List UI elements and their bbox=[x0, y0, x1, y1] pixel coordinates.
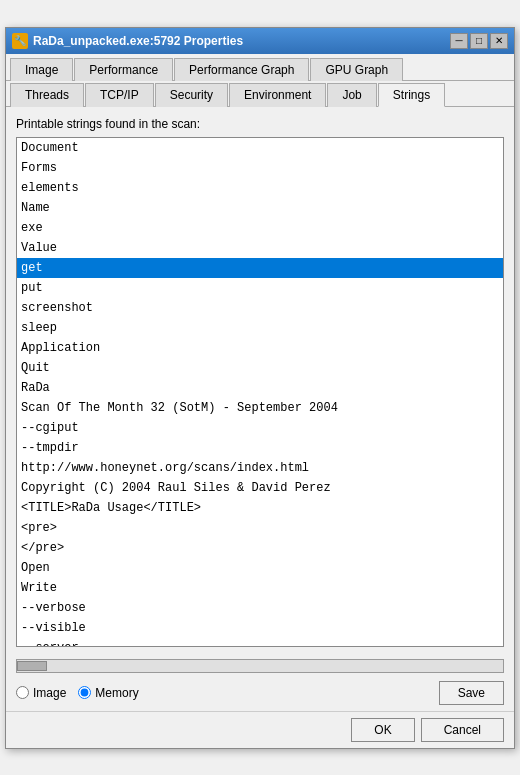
tab-security[interactable]: Security bbox=[155, 83, 228, 107]
horizontal-scrollbar[interactable] bbox=[16, 659, 504, 673]
title-bar-left: 🔧 RaDa_unpacked.exe:5792 Properties bbox=[12, 33, 243, 49]
minimize-button[interactable]: ─ bbox=[450, 33, 468, 49]
tab-strings[interactable]: Strings bbox=[378, 83, 445, 107]
list-item[interactable]: Value bbox=[17, 238, 503, 258]
strings-list-container[interactable]: DocumentFormselementsNameexeValuegetputs… bbox=[16, 137, 504, 647]
tab-gpu-graph[interactable]: GPU Graph bbox=[310, 58, 403, 81]
save-button[interactable]: Save bbox=[439, 681, 504, 705]
list-item[interactable]: exe bbox=[17, 218, 503, 238]
radio-image[interactable]: Image bbox=[16, 686, 66, 700]
maximize-button[interactable]: □ bbox=[470, 33, 488, 49]
radio-group: Image Memory bbox=[16, 686, 139, 700]
list-item[interactable]: screenshot bbox=[17, 298, 503, 318]
list-item[interactable]: --cgiput bbox=[17, 418, 503, 438]
scrollbar-row bbox=[6, 657, 514, 675]
cancel-button[interactable]: Cancel bbox=[421, 718, 504, 742]
radio-image-input[interactable] bbox=[16, 686, 29, 699]
tabs-row-2: Threads TCP/IP Security Environment Job … bbox=[6, 81, 514, 107]
radio-memory-label: Memory bbox=[95, 686, 138, 700]
close-button[interactable]: ✕ bbox=[490, 33, 508, 49]
tab-threads[interactable]: Threads bbox=[10, 83, 84, 107]
list-item[interactable]: --server bbox=[17, 638, 503, 647]
list-item[interactable]: Scan Of The Month 32 (SotM) - September … bbox=[17, 398, 503, 418]
list-item[interactable]: </pre> bbox=[17, 538, 503, 558]
tab-environment[interactable]: Environment bbox=[229, 83, 326, 107]
strings-list: DocumentFormselementsNameexeValuegetputs… bbox=[17, 138, 503, 647]
tab-tcpip[interactable]: TCP/IP bbox=[85, 83, 154, 107]
tab-performance-graph[interactable]: Performance Graph bbox=[174, 58, 309, 81]
list-item[interactable]: Forms bbox=[17, 158, 503, 178]
list-item[interactable]: Quit bbox=[17, 358, 503, 378]
list-item[interactable]: sleep bbox=[17, 318, 503, 338]
radio-image-label: Image bbox=[33, 686, 66, 700]
bottom-controls: Image Memory Save bbox=[6, 675, 514, 711]
footer-row: OK Cancel bbox=[6, 711, 514, 748]
scan-label: Printable strings found in the scan: bbox=[16, 117, 504, 131]
list-item[interactable]: http://www.honeynet.org/scans/index.html bbox=[17, 458, 503, 478]
list-item[interactable]: put bbox=[17, 278, 503, 298]
radio-memory-input[interactable] bbox=[78, 686, 91, 699]
list-item[interactable]: <pre> bbox=[17, 518, 503, 538]
tabs-row-1: Image Performance Performance Graph GPU … bbox=[6, 54, 514, 81]
list-item[interactable]: --tmpdir bbox=[17, 438, 503, 458]
list-item[interactable]: --visible bbox=[17, 618, 503, 638]
content-area: Printable strings found in the scan: Doc… bbox=[6, 107, 514, 657]
app-icon: 🔧 bbox=[12, 33, 28, 49]
list-item[interactable]: Open bbox=[17, 558, 503, 578]
list-item[interactable]: get bbox=[17, 258, 503, 278]
list-item[interactable]: Write bbox=[17, 578, 503, 598]
ok-button[interactable]: OK bbox=[351, 718, 414, 742]
list-item[interactable]: Application bbox=[17, 338, 503, 358]
scrollbar-thumb[interactable] bbox=[17, 661, 47, 671]
radio-memory[interactable]: Memory bbox=[78, 686, 138, 700]
title-controls: ─ □ ✕ bbox=[450, 33, 508, 49]
tab-performance[interactable]: Performance bbox=[74, 58, 173, 81]
list-item[interactable]: --verbose bbox=[17, 598, 503, 618]
list-item[interactable]: Copyright (C) 2004 Raul Siles & David Pe… bbox=[17, 478, 503, 498]
window-title: RaDa_unpacked.exe:5792 Properties bbox=[33, 34, 243, 48]
main-window: 🔧 RaDa_unpacked.exe:5792 Properties ─ □ … bbox=[5, 27, 515, 749]
title-bar: 🔧 RaDa_unpacked.exe:5792 Properties ─ □ … bbox=[6, 28, 514, 54]
list-item[interactable]: RaDa bbox=[17, 378, 503, 398]
tab-image[interactable]: Image bbox=[10, 58, 73, 81]
list-item[interactable]: Name bbox=[17, 198, 503, 218]
list-item[interactable]: elements bbox=[17, 178, 503, 198]
list-item[interactable]: Document bbox=[17, 138, 503, 158]
tab-job[interactable]: Job bbox=[327, 83, 376, 107]
list-item[interactable]: <TITLE>RaDa Usage</TITLE> bbox=[17, 498, 503, 518]
